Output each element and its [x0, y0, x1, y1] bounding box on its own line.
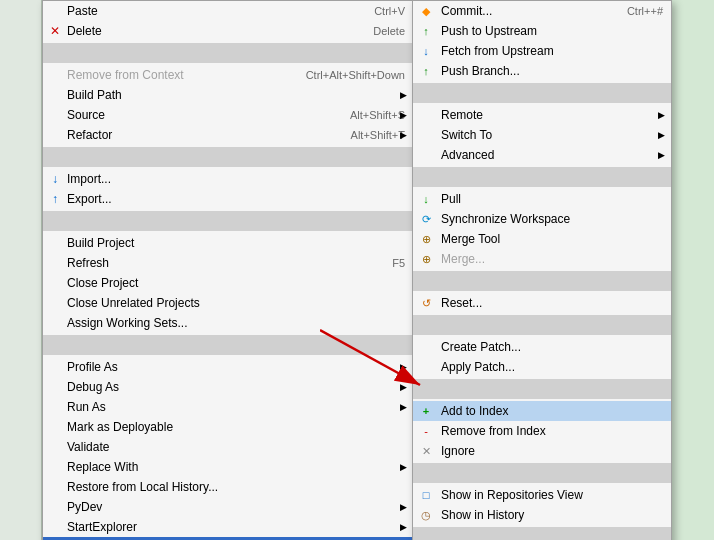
menu-item-pydev[interactable]: PyDev [43, 497, 413, 517]
menu-item-remove-context[interactable]: Remove from ContextCtrl+Alt+Shift+Down [43, 65, 413, 85]
menu-label-paste: Paste [67, 4, 98, 18]
menu-item-run-as[interactable]: Run As [43, 397, 413, 417]
menu-label-remove-context: Remove from Context [67, 68, 184, 82]
submenu-label-switch-to: Switch To [441, 128, 492, 142]
menu-item-build-path[interactable]: Build Path [43, 85, 413, 105]
menu-label-assign-working: Assign Working Sets... [67, 316, 188, 330]
menu-label-run-as: Run As [67, 400, 106, 414]
remove-index-icon: - [417, 422, 435, 440]
menu-label-startexplorer: StartExplorer [67, 520, 137, 534]
submenu-separator [413, 315, 671, 335]
submenu-item-push-branch[interactable]: ↑Push Branch... [413, 61, 671, 81]
submenu-label-advanced: Advanced [441, 148, 494, 162]
submenu-item-switch-to[interactable]: Switch To [413, 125, 671, 145]
pull-icon: ↓ [417, 190, 435, 208]
menu-separator [43, 335, 413, 355]
submenu-item-remove-index[interactable]: -Remove from Index [413, 421, 671, 441]
menu-label-debug-as: Debug As [67, 380, 119, 394]
merge-icon: ⊕ [417, 250, 435, 268]
show-repos-icon: □ [417, 486, 435, 504]
submenu-item-reset[interactable]: ↺Reset... [413, 293, 671, 313]
submenu-item-ignore[interactable]: ✕Ignore [413, 441, 671, 461]
menu-item-close-project[interactable]: Close Project [43, 273, 413, 293]
menu-item-export[interactable]: ↑Export... [43, 189, 413, 209]
submenu-item-merge[interactable]: ⊕Merge... [413, 249, 671, 269]
menu-label-profile-as: Profile As [67, 360, 118, 374]
menu-item-mark-deployable[interactable]: Mark as Deployable [43, 417, 413, 437]
submenu-label-add-index: Add to Index [441, 404, 508, 418]
menu-item-refresh[interactable]: RefreshF5 [43, 253, 413, 273]
push-upstream-icon: ↑ [417, 22, 435, 40]
menu-item-import[interactable]: ↓Import... [43, 169, 413, 189]
submenu-label-show-repos: Show in Repositories View [441, 488, 583, 502]
show-history-icon: ◷ [417, 506, 435, 524]
menu-separator [43, 43, 413, 63]
menu-label-refresh: Refresh [67, 256, 109, 270]
submenu-label-remote: Remote [441, 108, 483, 122]
submenu-label-show-history: Show in History [441, 508, 524, 522]
menu-item-delete[interactable]: ✕DeleteDelete [43, 21, 413, 41]
submenu-label-fetch-upstream: Fetch from Upstream [441, 44, 554, 58]
menu-item-replace-with[interactable]: Replace With [43, 457, 413, 477]
shortcut-source: Alt+Shift+S [330, 109, 405, 121]
menu-item-validate[interactable]: Validate [43, 437, 413, 457]
ignore-icon: ✕ [417, 442, 435, 460]
menu-item-debug-as[interactable]: Debug As [43, 377, 413, 397]
menu-label-pydev: PyDev [67, 500, 102, 514]
menu-item-close-unrelated[interactable]: Close Unrelated Projects [43, 293, 413, 313]
submenu-item-advanced[interactable]: Advanced [413, 145, 671, 165]
submenu-label-sync-workspace: Synchronize Workspace [441, 212, 570, 226]
submenu-label-merge: Merge... [441, 252, 485, 266]
submenu-item-push-upstream[interactable]: ↑Push to Upstream [413, 21, 671, 41]
menu-item-refactor[interactable]: RefactorAlt+Shift+T [43, 125, 413, 145]
submenu-item-sync-workspace[interactable]: ⟳Synchronize Workspace [413, 209, 671, 229]
menu-item-restore[interactable]: Restore from Local History... [43, 477, 413, 497]
menu-item-paste[interactable]: PasteCtrl+V [43, 1, 413, 21]
submenu-label-remove-index: Remove from Index [441, 424, 546, 438]
submenu-separator [413, 463, 671, 483]
sync-workspace-icon: ⟳ [417, 210, 435, 228]
menu-label-restore: Restore from Local History... [67, 480, 218, 494]
delete-icon: ✕ [47, 23, 63, 39]
submenu-item-fetch-upstream[interactable]: ↓Fetch from Upstream [413, 41, 671, 61]
add-index-icon: + [417, 402, 435, 420]
menu-item-profile-as[interactable]: Profile As [43, 357, 413, 377]
shortcut-refresh: F5 [372, 257, 405, 269]
shortcut-delete: Delete [353, 25, 405, 37]
menu-label-validate: Validate [67, 440, 109, 454]
menu-item-source[interactable]: SourceAlt+Shift+S [43, 105, 413, 125]
submenu-item-merge-tool[interactable]: ⊕Merge Tool [413, 229, 671, 249]
menu-label-close-project: Close Project [67, 276, 138, 290]
submenu-label-create-patch: Create Patch... [441, 340, 521, 354]
fetch-upstream-icon: ↓ [417, 42, 435, 60]
submenu-item-pull[interactable]: ↓Pull [413, 189, 671, 209]
submenu-label-commit: Commit... [441, 4, 492, 18]
submenu-separator [413, 83, 671, 103]
submenu-separator [413, 167, 671, 187]
commit-icon: ◆ [417, 2, 435, 20]
submenu-item-show-history[interactable]: ◷Show in History [413, 505, 671, 525]
submenu-item-remote[interactable]: Remote [413, 105, 671, 125]
submenu-item-add-index[interactable]: +Add to Index [413, 401, 671, 421]
menu-item-build-project[interactable]: Build Project [43, 233, 413, 253]
shortcut-refactor: Alt+Shift+T [331, 129, 405, 141]
submenu-item-apply-patch[interactable]: Apply Patch... [413, 357, 671, 377]
shortcut-commit: Ctrl++# [607, 5, 663, 17]
merge-tool-icon: ⊕ [417, 230, 435, 248]
submenu-item-show-repos[interactable]: □Show in Repositories View [413, 485, 671, 505]
menu-item-startexplorer[interactable]: StartExplorer [43, 517, 413, 537]
submenu-label-ignore: Ignore [441, 444, 475, 458]
menu-label-source: Source [67, 108, 105, 122]
submenu-label-reset: Reset... [441, 296, 482, 310]
menu-label-export: Export... [67, 192, 112, 206]
submenu-item-create-patch[interactable]: Create Patch... [413, 337, 671, 357]
reset-icon: ↺ [417, 294, 435, 312]
submenu-separator [413, 271, 671, 291]
menu-item-assign-working[interactable]: Assign Working Sets... [43, 313, 413, 333]
submenu-label-push-upstream: Push to Upstream [441, 24, 537, 38]
shortcut-remove-context: Ctrl+Alt+Shift+Down [286, 69, 405, 81]
push-branch-icon: ↑ [417, 62, 435, 80]
submenu-team: ◆Commit...Ctrl++#↑Push to Upstream↓Fetch… [412, 0, 672, 540]
submenu-item-commit[interactable]: ◆Commit...Ctrl++# [413, 1, 671, 21]
menu-label-build-project: Build Project [67, 236, 134, 250]
